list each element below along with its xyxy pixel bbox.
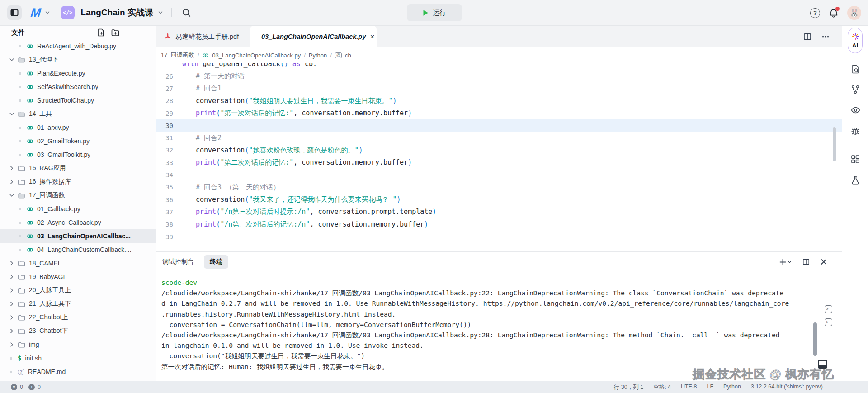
tree-item[interactable]: 19_BabyAGI	[0, 270, 156, 284]
new-terminal-button[interactable]	[779, 259, 792, 265]
editor-scrollbar[interactable]	[833, 127, 836, 161]
close-panel-icon[interactable]	[821, 259, 827, 265]
tree-item-label: 20_人脉工具上	[29, 286, 71, 294]
tab-python-active[interactable]: 03_LangChainOpenAICallback.py ✕	[250, 26, 377, 47]
code-line[interactable]: 32conversation("她喜欢粉色玫瑰，颜色是粉色的。")	[156, 144, 842, 156]
tree-item[interactable]: 14_工具	[0, 107, 156, 121]
code-line[interactable]: 39	[156, 231, 842, 243]
notifications-button[interactable]	[828, 8, 839, 19]
breadcrumb-item[interactable]: cb	[345, 52, 351, 59]
breadcrumb-item[interactable]: Python	[309, 52, 327, 59]
tree-item[interactable]: img	[0, 338, 156, 351]
chevron-icon[interactable]	[9, 274, 14, 279]
panel-layout-toggle-icon[interactable]	[818, 360, 827, 369]
avatar[interactable]: 🐰	[847, 6, 861, 20]
tree-item[interactable]: 02_Async_Callback.py	[0, 216, 156, 229]
tree-item[interactable]: 22_Chatbot上	[0, 311, 156, 324]
chevron-icon[interactable]	[9, 342, 14, 347]
tree-item[interactable]: 23_Chatbot下	[0, 324, 156, 338]
new-folder-icon[interactable]	[111, 28, 120, 37]
chevron-icon[interactable]	[9, 288, 14, 293]
code-line[interactable]: 34	[156, 169, 842, 181]
debug-button[interactable]	[850, 126, 861, 137]
project-title[interactable]: LangChain 实战课	[81, 7, 153, 19]
run-button[interactable]: 运行	[407, 4, 462, 21]
source-control-button[interactable]	[850, 84, 861, 95]
code-line[interactable]: 38print("/n第三次对话后的记忆:/n", conversation.m…	[156, 218, 842, 231]
breadcrumb-item[interactable]: 17_回调函数	[161, 51, 194, 59]
tree-item[interactable]: 04_LangChainCustomCallback....	[0, 243, 156, 256]
preview-button[interactable]	[850, 104, 861, 115]
ai-assistant-button[interactable]: AI	[848, 28, 863, 53]
status-item[interactable]: UTF-8	[681, 384, 697, 391]
split-terminal-icon[interactable]	[802, 258, 810, 265]
tree-item[interactable]: 13_代理下	[0, 53, 156, 66]
tree-item[interactable]: SelfAskwithSearch.py	[0, 80, 156, 94]
chevron-icon[interactable]	[9, 57, 14, 62]
chevron-icon[interactable]	[9, 193, 14, 198]
code-line[interactable]: 30	[156, 119, 842, 132]
close-tab-icon[interactable]: ✕	[370, 33, 375, 40]
help-icon[interactable]: ?	[810, 8, 820, 18]
new-file-icon[interactable]	[96, 28, 105, 37]
terminal-scrollbar[interactable]	[813, 322, 817, 356]
more-actions-icon[interactable]	[821, 33, 830, 41]
code-line[interactable]: with get_openai_callback() as cb:	[156, 63, 842, 70]
chevron-down-icon[interactable]	[158, 10, 163, 15]
status-item[interactable]: LF	[707, 384, 713, 391]
split-editor-icon[interactable]	[803, 33, 811, 41]
chevron-down-icon[interactable]	[45, 10, 50, 15]
tree-item[interactable]: 01_Callback.py	[0, 202, 156, 216]
chevron-icon[interactable]	[9, 315, 14, 320]
tab-debug-console[interactable]: 调试控制台	[162, 258, 194, 266]
code-line[interactable]: 29print("第一次对话后的记忆:", conversation.memor…	[156, 107, 842, 119]
status-item[interactable]: 空格: 4	[653, 384, 671, 391]
code-line[interactable]: 27# 回合1	[156, 82, 842, 95]
chevron-icon[interactable]	[9, 301, 14, 307]
tree-item[interactable]: ReActAgent_with_Debug.py	[0, 39, 156, 53]
file-search-button[interactable]	[850, 64, 861, 75]
tree-item[interactable]: 15_RAG应用	[0, 161, 156, 175]
tree-item[interactable]: StructedToolChat.py	[0, 94, 156, 107]
tab-terminal[interactable]: 终端	[204, 255, 228, 269]
sidebar-toggle-button[interactable]	[7, 5, 22, 20]
status-item[interactable]: 3.12.2 64-bit ('shims': pyenv)	[751, 384, 823, 391]
code-editor[interactable]: with get_openai_callback() as cb: 26# 第一…	[156, 63, 842, 251]
chevron-icon[interactable]	[9, 179, 14, 185]
extensions-button[interactable]	[850, 154, 861, 165]
chevron-icon[interactable]	[9, 260, 14, 266]
search-icon[interactable]	[182, 8, 191, 18]
tree-item[interactable]: 21_人脉工具下	[0, 297, 156, 311]
code-line[interactable]: 33print("第二次对话后的记忆:", conversation.memor…	[156, 156, 842, 169]
tree-item[interactable]: 03_GmailToolkit.py	[0, 148, 156, 161]
tree-item[interactable]: 01_arxiv.py	[0, 121, 156, 134]
tree-item[interactable]: 20_人脉工具上	[0, 284, 156, 297]
chevron-icon[interactable]	[9, 166, 14, 171]
code-line[interactable]: 28conversation("我姐姐明天要过生日，我需要一束生日花束。")	[156, 95, 842, 107]
tree-item[interactable]: ?README.md	[0, 365, 156, 379]
chevron-icon[interactable]	[9, 111, 14, 117]
status-item[interactable]: Python	[723, 384, 741, 391]
code-line[interactable]: 37print("/n第三次对话后时提示:/n", conversation.p…	[156, 206, 842, 218]
tree-item[interactable]: Plan&Execute.py	[0, 66, 156, 80]
terminal-instance-icon[interactable]: >_	[825, 318, 832, 326]
tree-item[interactable]: 16_操作数据库	[0, 175, 156, 189]
tree-item[interactable]: 03_LangChainOpenAICallbac...	[0, 229, 156, 243]
terminal-output[interactable]: scode-dev/cloudide/workspace/LangChain-s…	[161, 277, 808, 372]
code-line[interactable]: 35# 回合3 （第二天的对话）	[156, 181, 842, 194]
problems-indicator[interactable]: ✕ 0 ! 0	[0, 384, 41, 390]
tree-item[interactable]: $init.sh	[0, 351, 156, 365]
terminal-instance-icon[interactable]: >_	[825, 305, 832, 313]
brand-logo[interactable]: M	[30, 6, 41, 20]
tab-pdf[interactable]: 易速鲜花员工手册.pdf	[157, 26, 250, 47]
status-item[interactable]: 行 30，列 1	[614, 384, 643, 391]
code-line[interactable]: 31# 回合2	[156, 132, 842, 144]
tree-item[interactable]: 02_GmailToken.py	[0, 134, 156, 148]
breadcrumb-item[interactable]: 03_LangChainOpenAICallback.py	[212, 52, 301, 59]
tree-item[interactable]: 18_CAMEL	[0, 256, 156, 270]
lab-button[interactable]	[850, 175, 861, 185]
code-line[interactable]: 26# 第一天的对话	[156, 70, 842, 82]
chevron-icon[interactable]	[9, 328, 14, 334]
code-line[interactable]: 36conversation("我又来了，还记得我昨天为什么要来买花吗？ ")	[156, 194, 842, 206]
tree-item[interactable]: 17_回调函数	[0, 189, 156, 202]
